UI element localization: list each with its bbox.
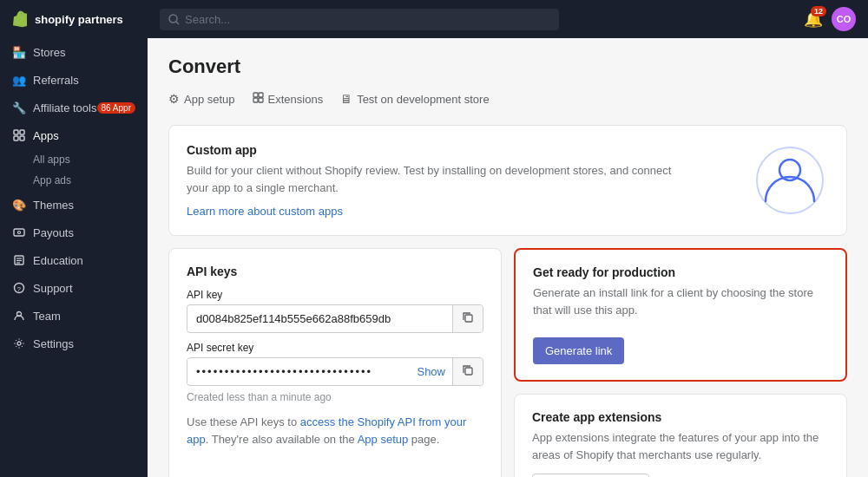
extensions-description: App extensions integrate the features of… [532,429,829,463]
sidebar-item-affiliate-tools[interactable]: 🔧 Affiliate tools 86 Appr [0,94,148,121]
svg-rect-17 [259,93,263,97]
custom-app-row: Custom app Build for your client without… [187,141,829,219]
tab-app-setup-label: App setup [184,93,235,106]
support-icon: ? [12,281,26,295]
sidebar-item-all-apps-label: All apps [33,154,70,166]
svg-rect-16 [253,93,258,97]
shopify-logo-icon [12,10,30,28]
tab-test-on-dev-label: Test on development store [357,93,489,106]
payouts-icon [12,225,26,239]
test-on-dev-icon: 🖥 [340,92,352,106]
affiliate-tools-badge: 86 Appr [97,102,135,114]
sidebar-item-referrals-label: Referrals [33,74,79,87]
extensions-icon [253,92,264,106]
svg-rect-2 [14,136,18,140]
settings-icon [12,337,26,350]
sidebar-item-referrals[interactable]: 👥 Referrals [0,66,148,94]
svg-rect-23 [465,368,472,375]
sidebar-item-stores[interactable]: 🏪 Stores [0,38,148,66]
custom-app-title: Custom app [187,143,690,157]
tab-app-setup[interactable]: ⚙ App setup [168,88,235,109]
sidebar-item-apps-label: Apps [33,129,59,142]
generate-link-button[interactable]: Generate link [533,337,624,364]
svg-rect-1 [20,130,24,134]
team-icon [12,309,26,323]
search-icon [168,14,180,25]
svg-point-14 [169,15,177,23]
svg-rect-18 [253,98,258,102]
sidebar-item-team[interactable]: Team [0,302,148,330]
stores-icon: 🏪 [12,45,26,59]
sidebar-logo-text: shopify partners [35,13,123,26]
svg-point-5 [18,232,21,234]
sidebar-item-support[interactable]: ? Support [0,274,148,302]
api-secret-input[interactable] [187,359,410,384]
api-key-label: API key [187,289,483,301]
api-secret-field-group: API secret key Show [187,342,483,386]
api-keys-card: API keys API key API secret key Show [168,248,502,477]
sidebar-item-all-apps[interactable]: All apps [0,149,148,170]
sidebar: shopify partners 🏪 Stores 👥 Referrals 🔧 … [0,0,148,477]
production-description: Generate an install link for a client by… [533,284,828,318]
sidebar-item-app-ads-label: App ads [33,174,71,186]
custom-app-content: Custom app Build for your client without… [187,143,690,218]
svg-rect-22 [465,315,472,322]
education-icon [12,253,26,267]
api-secret-copy-button[interactable] [452,358,483,385]
svg-text:?: ? [17,285,22,293]
sidebar-item-app-ads[interactable]: App ads [0,170,148,191]
sidebar-item-apps[interactable]: Apps [0,121,148,149]
sidebar-item-themes[interactable]: 🎨 Themes [0,191,148,219]
extensions-title: Create app extensions [532,410,829,424]
api-access-link[interactable]: access the Shopify API from your app [187,415,466,446]
production-card: Get ready for production Generate an ins… [514,248,847,382]
svg-line-15 [176,22,179,24]
api-secret-input-row: Show [187,357,483,386]
notifications-badge: 12 [811,6,826,16]
sidebar-item-education-label: Education [33,254,83,267]
search-input[interactable] [185,13,550,26]
tab-extensions[interactable]: Extensions [253,88,324,109]
apps-icon [12,128,26,142]
sidebar-item-team-label: Team [33,310,61,323]
api-secret-show-button[interactable]: Show [410,365,452,378]
person-icon-wrap [751,141,829,219]
api-secret-label: API secret key [187,342,483,354]
sidebar-item-themes-label: Themes [33,199,74,212]
right-column: Get ready for production Generate an ins… [514,248,847,477]
search-box[interactable] [160,9,559,30]
api-keys-title: API keys [187,265,483,278]
main-content: Convert ⚙ App setup Extensions 🖥 Test on… [148,38,868,477]
api-timestamp: Created less than a minute ago [187,391,483,403]
api-key-field-group: API key [187,289,483,333]
affiliate-tools-icon: 🔧 [12,101,26,114]
api-description: Use these API keys to access the Shopify… [187,414,483,448]
notifications-button[interactable]: 🔔 12 [804,10,823,29]
tab-test-on-dev[interactable]: 🖥 Test on development store [340,88,489,109]
sidebar-item-education[interactable]: Education [0,246,148,274]
sidebar-item-settings[interactable]: Settings [0,330,148,357]
sidebar-item-affiliate-tools-label: Affiliate tools [33,101,96,114]
topbar: 🔔 12 CO [148,0,868,38]
main-wrapper: 🔔 12 CO Convert ⚙ App setup Extensions 🖥… [148,0,868,477]
sidebar-logo: shopify partners [0,0,148,38]
sidebar-item-support-label: Support [33,282,73,295]
api-setup-link[interactable]: App setup [358,433,409,446]
extensions-card: Create app extensions App extensions int… [514,394,847,477]
topbar-right: 🔔 12 CO [804,7,856,31]
browse-extensions-button[interactable]: Browse extensions [532,474,649,477]
svg-rect-19 [259,98,263,102]
referrals-icon: 👥 [12,73,26,87]
sidebar-item-stores-label: Stores [33,46,66,59]
svg-rect-0 [14,130,18,134]
sidebar-item-payouts[interactable]: Payouts [0,219,148,246]
avatar[interactable]: CO [832,7,856,31]
api-key-input[interactable] [187,306,452,331]
custom-app-learn-more-link[interactable]: Learn more about custom apps [187,205,343,218]
api-key-copy-button[interactable] [452,305,483,332]
two-col-row: API keys API key API secret key Show [168,248,847,477]
api-key-input-row [187,304,483,333]
tab-extensions-label: Extensions [268,93,324,106]
custom-app-description: Build for your client without Shopify re… [187,162,690,196]
custom-app-card: Custom app Build for your client without… [168,125,847,236]
